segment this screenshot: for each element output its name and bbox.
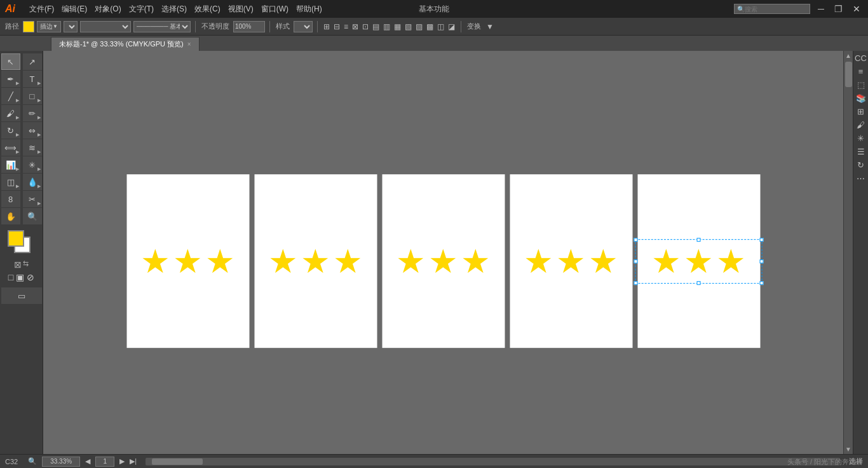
warp-arrow: ▶ <box>37 149 41 155</box>
scroll-end-btn[interactable]: ▶| <box>130 457 137 465</box>
align-icon-11[interactable]: ▩ <box>425 22 435 32</box>
handle-br[interactable] <box>760 281 764 285</box>
card-3: ★ ★ ★ <box>382 174 505 348</box>
card-5[interactable]: ★ ★ ★ <box>637 174 760 348</box>
align-icon-7[interactable]: ▥ <box>382 22 391 32</box>
swap-colors-icon[interactable]: ⇆ <box>23 259 29 270</box>
mirror-tool[interactable]: ⇔ ▶ <box>23 122 42 139</box>
screen-mode-btn[interactable]: ▭ <box>1 287 42 304</box>
opacity-label: 不透明度 <box>201 22 229 31</box>
eyedropper-tool[interactable]: 💧 ▶ <box>23 174 42 190</box>
menu-object[interactable]: 对象(O) <box>95 4 121 15</box>
scrollbar-vertical[interactable]: ▲ ▼ <box>843 51 853 454</box>
scroll-down-arrow[interactable]: ▼ <box>844 444 853 454</box>
handle-bm[interactable] <box>697 281 701 285</box>
scroll-thumb[interactable] <box>845 62 852 87</box>
minimize-button[interactable]: ─ <box>815 4 827 14</box>
stroke-btn[interactable]: 插边 ▼ <box>37 21 61 32</box>
align-icon-3[interactable]: ≡ <box>342 22 349 32</box>
menu-window[interactable]: 窗口(W) <box>261 4 288 15</box>
type-tool[interactable]: T ▶ <box>23 71 42 87</box>
menu-edit[interactable]: 编辑(E) <box>62 4 87 15</box>
align-icon-1[interactable]: ⊞ <box>322 22 331 32</box>
cc-icon[interactable]: CC <box>855 53 867 63</box>
selection-tool[interactable]: ↖ <box>1 53 20 70</box>
tab-close-button[interactable]: × <box>187 41 191 48</box>
menu-file[interactable]: 文件(F) <box>29 4 54 15</box>
search-input[interactable] <box>745 6 802 13</box>
opacity-input[interactable] <box>233 21 265 32</box>
properties-icon[interactable]: ≡ <box>858 67 864 76</box>
transform-expand-icon[interactable]: ▼ <box>485 22 495 32</box>
libraries-icon[interactable]: 📚 <box>856 93 866 103</box>
brush-panel-icon[interactable]: 🖌 <box>857 120 865 130</box>
zoom-input[interactable] <box>42 457 80 467</box>
close-button[interactable]: ✕ <box>850 4 863 14</box>
pencil-tool[interactable]: ✏ ▶ <box>23 105 42 121</box>
gradient-tool[interactable]: ◫ ▶ <box>1 174 20 190</box>
style-select[interactable] <box>294 21 313 32</box>
align-icon-2[interactable]: ⊟ <box>332 22 341 32</box>
handle-tl[interactable] <box>634 238 638 242</box>
symbols-panel-icon[interactable]: ✳ <box>857 134 864 143</box>
width-tool[interactable]: ⟺ ▶ <box>1 139 20 156</box>
scroll-up-arrow[interactable]: ▲ <box>844 51 853 60</box>
menu-select[interactable]: 选择(S) <box>161 4 187 15</box>
scissors-tool[interactable]: ✂ ▶ <box>23 191 42 207</box>
stroke-style-select[interactable] <box>80 21 131 32</box>
fill-color-box[interactable] <box>8 230 24 247</box>
align-icon-12[interactable]: ◫ <box>436 22 445 32</box>
layers-icon[interactable]: ⬚ <box>857 80 865 90</box>
document-tab[interactable]: 未标题-1* @ 33.33% (CMYK/GPU 预览) × <box>51 37 200 51</box>
default-colors-icon[interactable]: ⊠ <box>14 259 22 270</box>
scroll-left-btn[interactable]: ◀ <box>85 457 90 465</box>
line-tool[interactable]: ╱ ▶ <box>1 88 20 104</box>
divider3 <box>317 21 318 32</box>
more-icon[interactable]: ⋯ <box>857 174 865 183</box>
align-icon-5[interactable]: ⊡ <box>361 22 370 32</box>
scrollbar-horizontal[interactable] <box>146 458 840 465</box>
no-color-icon[interactable]: ⊘ <box>27 272 34 282</box>
direct-selection-tool[interactable]: ↗ <box>23 53 42 70</box>
align-icon-4[interactable]: ⊠ <box>351 22 360 32</box>
symbol-tool[interactable]: ✳ ▶ <box>23 156 42 173</box>
swatches-icon[interactable]: ⊞ <box>857 107 864 116</box>
zoom-tool[interactable]: 🔍 <box>23 208 42 224</box>
zoom-icon-small: 🔍 <box>28 457 37 465</box>
handle-tr[interactable] <box>760 238 764 242</box>
rotate-tool[interactable]: ↻ ▶ <box>1 122 20 139</box>
align-icon-8[interactable]: ▦ <box>393 22 402 32</box>
align-icon-13[interactable]: ◪ <box>447 22 456 32</box>
stroke-weight-select[interactable] <box>64 21 78 32</box>
handle-tm[interactable] <box>697 238 701 242</box>
rect-tool[interactable]: □ ▶ <box>23 88 42 104</box>
warp-tool[interactable]: ≋ ▶ <box>23 139 42 156</box>
mirror-arrow: ▶ <box>37 132 41 137</box>
fill-mode-icon[interactable]: □ <box>8 272 13 282</box>
brush-tool[interactable]: 🖌 ▶ <box>1 105 20 121</box>
handle-bl[interactable] <box>634 281 638 285</box>
pen-tool[interactable]: ✒ ▶ <box>1 71 20 87</box>
scroll-right-btn[interactable]: ▶ <box>119 457 125 465</box>
menu-text[interactable]: 文字(T) <box>129 4 154 15</box>
menu-effect[interactable]: 效果(C) <box>194 4 220 15</box>
align-icon-9[interactable]: ▧ <box>403 22 413 32</box>
menu-help[interactable]: 帮助(H) <box>296 4 322 15</box>
hand-tool[interactable]: ✋ <box>1 208 20 224</box>
handle-ml[interactable] <box>634 259 638 263</box>
restore-button[interactable]: ❐ <box>832 4 845 14</box>
hand-icon: ✋ <box>6 212 16 221</box>
transform-panel-icon[interactable]: ↻ <box>857 160 864 170</box>
blend-tool[interactable]: 8 <box>1 191 20 207</box>
menu-view[interactable]: 视图(V) <box>228 4 254 15</box>
stroke-type-select[interactable]: ─────── 基本 <box>133 21 191 32</box>
align-icon-10[interactable]: ▨ <box>414 22 424 32</box>
align-panel-icon[interactable]: ☰ <box>857 147 865 156</box>
handle-mr[interactable] <box>760 259 764 263</box>
stroke-mode-icon[interactable]: ▣ <box>16 272 24 282</box>
align-icon-6[interactable]: ▤ <box>371 22 381 32</box>
column-graph-tool[interactable]: 📊 ▶ <box>1 156 20 173</box>
page-input[interactable] <box>95 457 114 467</box>
fill-swatch[interactable] <box>23 21 34 32</box>
scroll-thumb-h[interactable] <box>152 458 203 465</box>
